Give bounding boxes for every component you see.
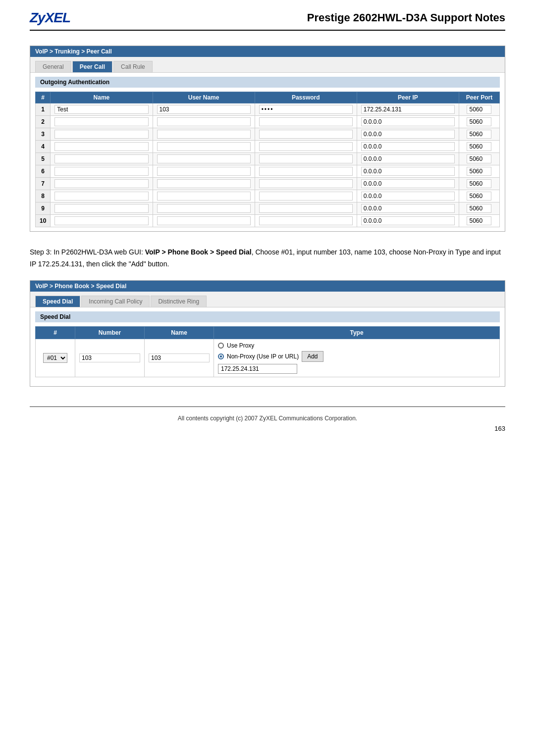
tab-call-rule[interactable]: Call Rule [113,61,153,72]
peer-ip-input[interactable] [361,117,455,126]
table-row: 5 [36,153,500,165]
username-input[interactable] [157,117,251,126]
peer-ip-input[interactable] [361,216,455,225]
username-input[interactable] [157,167,251,176]
type-option-2-row: Non-Proxy (Use IP or URL) Add [218,351,495,362]
peer-port-input[interactable] [467,179,491,188]
sd-number-input[interactable] [79,353,140,362]
password-input[interactable] [259,154,353,163]
col-password: Password [255,92,357,103]
username-cell [153,141,255,153]
peer-port-input[interactable] [467,117,491,126]
peer-port-input[interactable] [467,204,491,213]
row-number-cell: 10 [36,215,51,227]
username-cell [153,165,255,178]
name-cell [51,190,153,202]
name-input[interactable] [54,204,148,213]
page-number: 163 [30,425,505,432]
page-header: ZyXEL Prestige 2602HWL-D3A Support Notes [30,10,505,31]
type-label-proxy: Use Proxy [227,342,254,349]
speed-dial-section-header: Speed Dial [35,311,500,322]
name-input[interactable] [54,216,148,225]
username-cell [153,153,255,165]
password-input[interactable] [259,130,353,139]
password-input[interactable] [259,216,353,225]
username-input[interactable] [157,130,251,139]
sd-name-input[interactable] [149,353,210,362]
peer-ip-input[interactable] [361,105,455,114]
row-number-cell: 8 [36,190,51,202]
password-input[interactable] [259,117,353,126]
username-input[interactable] [157,105,251,114]
table-row: 8 [36,190,500,202]
row-number-cell: 4 [36,141,51,153]
username-input[interactable] [157,142,251,151]
tab-incoming-call-policy[interactable]: Incoming Call Policy [81,296,150,307]
name-input[interactable] [54,192,148,201]
peer-ip-cell [357,178,459,190]
peer-port-cell [459,141,499,153]
username-input[interactable] [157,154,251,163]
radio-use-proxy[interactable] [218,343,224,349]
add-button[interactable]: Add [302,351,323,362]
col-hash: # [36,92,51,103]
peer-ip-input[interactable] [361,142,455,151]
step-prefix: Step 3: In P2602HWL-D3A web GUI: [30,248,145,256]
tab-speed-dial[interactable]: Speed Dial [35,296,80,307]
password-input[interactable] [259,142,353,151]
peer-port-input[interactable] [467,105,491,114]
footer: All contents copyright (c) 2007 ZyXEL Co… [30,406,505,432]
peer-port-cell [459,153,499,165]
password-cell [255,202,357,215]
name-input[interactable] [54,167,148,176]
peer-ip-input[interactable] [361,204,455,213]
name-input[interactable] [54,142,148,151]
peer-port-input[interactable] [467,130,491,139]
password-input[interactable] [259,179,353,188]
password-input[interactable] [259,204,353,213]
peer-port-input[interactable] [467,154,491,163]
username-input[interactable] [157,216,251,225]
radio-non-proxy[interactable] [218,353,224,359]
peer-port-input[interactable] [467,192,491,201]
password-cell [255,141,357,153]
tab-peer-call[interactable]: Peer Call [72,61,112,72]
peer-ip-input[interactable] [361,167,455,176]
peer-ip-input[interactable] [361,179,455,188]
tab-distinctive-ring[interactable]: Distinctive Ring [151,296,207,307]
peer-ip-input[interactable] [361,192,455,201]
username-input[interactable] [157,204,251,213]
ip-address-input[interactable] [218,364,297,374]
username-input[interactable] [157,192,251,201]
tab-general[interactable]: General [35,61,71,72]
password-input[interactable] [259,192,353,201]
peer-ip-cell [357,103,459,116]
name-input[interactable] [54,117,148,126]
peer-port-input[interactable] [467,142,491,151]
password-input[interactable] [259,167,353,176]
row-number-cell: 5 [36,153,51,165]
peer-port-cell [459,165,499,178]
row-number-cell: 7 [36,178,51,190]
name-input[interactable] [54,179,148,188]
zyxel-logo: ZyXEL [30,10,70,26]
username-cell [153,190,255,202]
password-input[interactable] [259,105,353,114]
sd-num-select[interactable]: #01 [43,353,67,363]
peer-call-table: # Name User Name Password Peer IP Peer P… [35,92,500,227]
row-number-cell: 9 [36,202,51,215]
name-input[interactable] [54,154,148,163]
name-input[interactable] [54,105,148,114]
username-input[interactable] [157,179,251,188]
peer-call-panel: VoIP > Trunking > Peer Call General Peer… [30,46,505,232]
step-3-text: Step 3: In P2602HWL-D3A web GUI: VoIP > … [30,247,505,270]
peer-port-input[interactable] [467,167,491,176]
name-input[interactable] [54,130,148,139]
tabs-2: Speed Dial Incoming Call Policy Distinct… [30,292,505,307]
peer-ip-input[interactable] [361,154,455,163]
peer-ip-cell [357,165,459,178]
peer-ip-input[interactable] [361,130,455,139]
peer-port-input[interactable] [467,216,491,225]
password-cell [255,215,357,227]
type-option-1-row: Use Proxy [218,342,495,349]
